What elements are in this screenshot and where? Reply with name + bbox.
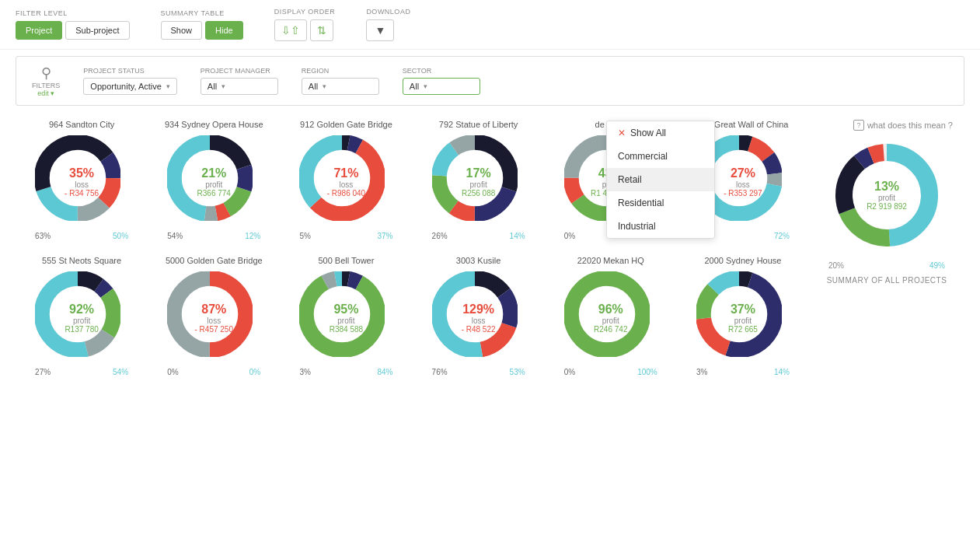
region-select[interactable]: All ▾ <box>302 78 379 95</box>
donut-chart: 37% profit R72 665 <box>696 271 790 365</box>
donut-type: profit <box>728 316 758 325</box>
donut-amount: R256 088 <box>462 189 495 198</box>
donut-left-pct: 27% <box>35 368 51 376</box>
project-manager-filter: PROJECT MANAGER All ▾ <box>201 67 278 95</box>
donut-type: profit <box>65 316 98 325</box>
donut-pct: 71% <box>327 166 365 180</box>
donut-chart: 87% loss - R457 250 <box>167 271 260 365</box>
donut-center: 71% loss - R986 040 <box>327 166 365 198</box>
donut-left-pct: 26% <box>432 232 448 240</box>
display-order-buttons: ⇩⇧ ⇅ <box>274 19 333 41</box>
donut-chart: 17% profit R256 088 <box>432 135 525 229</box>
donut-pct: 27% <box>724 166 762 180</box>
donut-right-pct: 12% <box>245 232 260 240</box>
top-bar: FILTER LEVEL Project Sub-project SUMMARY… <box>0 0 980 50</box>
donut-bottom: 0% 0% <box>167 368 260 376</box>
donut-pct: 17% <box>462 166 495 180</box>
project-status-select[interactable]: Opportunity, Active ▾ <box>83 78 177 95</box>
sector-select[interactable]: All ▾ <box>403 78 480 95</box>
donut-amount: - R34 756 <box>65 189 99 198</box>
summary-table-section: SUMMARY TABLE Show Hide <box>161 9 243 40</box>
filter-bar: ⚲ FILTERS edit ▾ PROJECT STATUS Opportun… <box>16 56 964 106</box>
donut-left-pct: 0% <box>564 368 575 376</box>
region-filter: REGION All ▾ <box>302 67 379 95</box>
donut-chart: 129% loss - R48 522 <box>432 271 525 365</box>
donut-amount: - R353 297 <box>724 189 762 198</box>
help-text-container: ? what does this mean ? <box>821 120 953 131</box>
dropdown-retail[interactable]: Retail <box>607 168 714 191</box>
project-card: 934 Sydney Opera House 21% profit R366 7… <box>148 112 280 248</box>
dropdown-industrial[interactable]: Industrial <box>607 215 714 238</box>
donut-left-pct: 0% <box>167 368 178 376</box>
project-card: 2000 Sydney House 37% profit R72 665 3% … <box>677 248 809 384</box>
filter-level-section: FILTER LEVEL Project Sub-project <box>16 9 130 40</box>
sector-value: All <box>410 82 419 91</box>
subproject-btn[interactable]: Sub-project <box>65 21 129 40</box>
filter-icon-section: ⚲ FILTERS edit ▾ <box>32 65 60 97</box>
summary-table-label: SUMMARY TABLE <box>161 9 225 17</box>
project-card: 5000 Golden Gate Bridge 87% loss - R457 … <box>148 248 280 384</box>
project-title: 964 Sandton City <box>49 120 114 129</box>
hide-btn[interactable]: Hide <box>205 21 243 40</box>
donut-bottom: 76% 53% <box>432 368 525 376</box>
donut-center: 87% loss - R457 250 <box>195 302 233 334</box>
donut-center: 35% loss - R34 756 <box>65 166 99 198</box>
donut-left-pct: 0% <box>564 232 575 240</box>
project-title: 555 St Neots Square <box>42 256 121 265</box>
project-card: 22020 Mekan HQ 96% profit R246 742 0% 10… <box>545 248 677 384</box>
retail-label: Retail <box>618 174 642 185</box>
project-title: 3003 Kusile <box>456 256 501 265</box>
show-btn[interactable]: Show <box>161 21 203 40</box>
summary-right-pct: 49% <box>929 261 945 270</box>
donut-right-pct: 84% <box>377 368 392 376</box>
dropdown-residential[interactable]: Residential <box>607 191 714 215</box>
project-manager-value: All <box>208 82 217 91</box>
sort-asc-btn[interactable]: ⇩⇧ <box>274 19 307 41</box>
summary-table-buttons: Show Hide <box>161 21 243 40</box>
donut-chart: 71% loss - R986 040 <box>299 135 392 229</box>
project-card: 792 Statue of Liberty 17% profit R256 08… <box>413 112 545 248</box>
donut-left-pct: 3% <box>299 368 310 376</box>
summary-all-label: SUMMARY OF ALL PROJECTS <box>827 276 947 285</box>
donut-amount: R384 588 <box>330 325 363 334</box>
donut-type: loss <box>724 180 762 189</box>
donut-amount: - R48 522 <box>462 325 496 334</box>
dropdown-show-all[interactable]: ✕ Show All <box>607 121 714 145</box>
dropdown-commercial[interactable]: Commercial <box>607 145 714 168</box>
commercial-label: Commercial <box>618 151 668 162</box>
donut-pct: 96% <box>594 302 627 316</box>
donut-center: 92% profit R137 780 <box>65 302 98 334</box>
project-manager-arrow: ▾ <box>221 82 225 90</box>
sort-desc-btn[interactable]: ⇅ <box>310 19 333 41</box>
donut-center: 27% loss - R353 297 <box>724 166 762 198</box>
help-icon: ? <box>853 120 864 131</box>
industrial-label: Industrial <box>618 221 656 232</box>
filter-edit[interactable]: edit ▾ <box>37 89 54 97</box>
summary-pct: 13% <box>867 180 907 194</box>
main-content: 964 Sandton City 35% loss - R34 756 63% … <box>0 112 980 400</box>
donut-right-pct: 37% <box>377 232 392 240</box>
donut-right-pct: 53% <box>510 368 525 376</box>
project-title: 912 Golden Gate Bridge <box>300 120 392 129</box>
display-order-section: DISPLAY ORDER ⇩⇧ ⇅ <box>274 8 336 41</box>
project-card: 964 Sandton City 35% loss - R34 756 63% … <box>16 112 148 248</box>
residential-label: Residential <box>618 198 664 208</box>
display-order-label: DISPLAY ORDER <box>274 8 336 16</box>
project-btn[interactable]: Project <box>16 21 62 40</box>
summary-donut: 13% profit R2 919 892 <box>828 137 945 254</box>
donut-chart: 35% loss - R34 756 <box>35 135 128 229</box>
download-btn[interactable]: ▼ <box>366 19 394 41</box>
donut-center: 21% profit R366 774 <box>197 166 231 198</box>
projects-row-2: 555 St Neots Square 92% profit R137 780 … <box>16 248 809 384</box>
filters-label: FILTERS <box>32 82 60 89</box>
donut-type: loss <box>65 180 99 189</box>
donut-bottom: 54% 12% <box>167 232 260 240</box>
donut-left-pct: 76% <box>432 368 448 376</box>
project-title: 792 Statue of Liberty <box>439 120 518 129</box>
project-manager-select[interactable]: All ▾ <box>201 78 278 95</box>
summary-bottom-pcts: 20% 49% <box>828 261 945 270</box>
project-title: 934 Sydney Opera House <box>165 120 263 129</box>
x-icon: ✕ <box>618 128 626 138</box>
download-label: DOWNLOAD <box>366 8 410 16</box>
donut-right-pct: 50% <box>113 232 128 240</box>
